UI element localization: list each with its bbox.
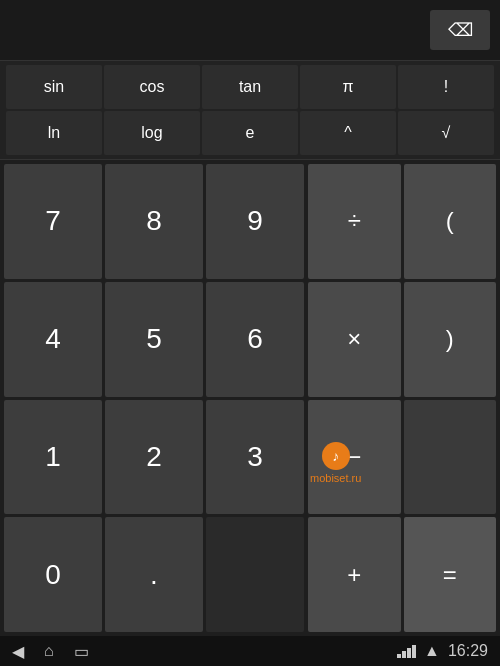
key-8[interactable]: 8: [105, 164, 203, 279]
display-area: ⌫: [0, 0, 500, 60]
key-1[interactable]: 1: [4, 400, 102, 515]
tan-button[interactable]: tan: [202, 65, 298, 109]
log-button[interactable]: log: [104, 111, 200, 155]
sin-button[interactable]: sin: [6, 65, 102, 109]
key-multiply[interactable]: ×: [308, 282, 401, 397]
pow-button[interactable]: ^: [300, 111, 396, 155]
key-7[interactable]: 7: [4, 164, 102, 279]
key-dot[interactable]: .: [105, 517, 203, 632]
e-button[interactable]: e: [202, 111, 298, 155]
sci-row-1: sin cos tan π !: [6, 65, 494, 109]
ln-button[interactable]: ln: [6, 111, 102, 155]
pi-button[interactable]: π: [300, 65, 396, 109]
backspace-button[interactable]: ⌫: [430, 10, 490, 50]
keypad-area: ♪ mobiset.ru 7 8 9 4 5 6 1 2 3 0 . ÷ ( ×…: [0, 160, 500, 636]
key-4[interactable]: 4: [4, 282, 102, 397]
factorial-button[interactable]: !: [398, 65, 494, 109]
op-empty: [404, 400, 497, 515]
key-lparen[interactable]: (: [404, 164, 497, 279]
time-display: 16:29: [448, 642, 488, 660]
nav-icons: ◀ ⌂ ▭: [12, 642, 89, 661]
display-input[interactable]: [10, 17, 420, 43]
key-2[interactable]: 2: [105, 400, 203, 515]
numpad-empty: [206, 517, 304, 632]
key-3[interactable]: 3: [206, 400, 304, 515]
key-0[interactable]: 0: [4, 517, 102, 632]
cos-button[interactable]: cos: [104, 65, 200, 109]
home-icon[interactable]: ⌂: [44, 642, 54, 660]
key-6[interactable]: 6: [206, 282, 304, 397]
key-equals[interactable]: =: [404, 517, 497, 632]
scientific-area: sin cos tan π ! ln log e ^ √: [0, 60, 500, 160]
recents-icon[interactable]: ▭: [74, 642, 89, 661]
wifi-icon: ▲: [424, 642, 440, 660]
sci-row-2: ln log e ^ √: [6, 111, 494, 155]
back-icon[interactable]: ◀: [12, 642, 24, 661]
key-rparen[interactable]: ): [404, 282, 497, 397]
oppad: ÷ ( × ) − + =: [308, 164, 496, 632]
numpad: 7 8 9 4 5 6 1 2 3 0 .: [4, 164, 304, 632]
status-bar: ◀ ⌂ ▭ ▲ 16:29: [0, 636, 500, 666]
key-subtract[interactable]: −: [308, 400, 401, 515]
key-add[interactable]: +: [308, 517, 401, 632]
signal-bars: [397, 645, 416, 658]
key-divide[interactable]: ÷: [308, 164, 401, 279]
key-9[interactable]: 9: [206, 164, 304, 279]
status-right: ▲ 16:29: [397, 642, 488, 660]
sqrt-button[interactable]: √: [398, 111, 494, 155]
key-5[interactable]: 5: [105, 282, 203, 397]
